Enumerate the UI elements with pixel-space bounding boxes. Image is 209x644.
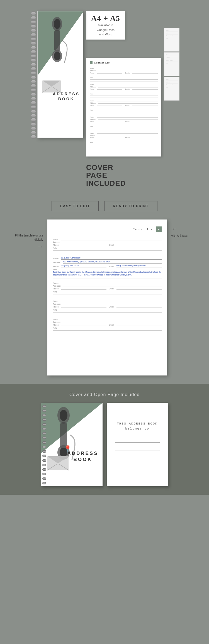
spiral-ring bbox=[42, 450, 46, 453]
spiral-ring bbox=[31, 101, 36, 105]
svg-point-12 bbox=[60, 410, 67, 421]
phone-label: Phone: bbox=[53, 244, 59, 246]
fill-annotation: Fill the template or use digitaly bbox=[10, 233, 43, 242]
spiral-ring bbox=[42, 446, 46, 448]
cl-entry-1: Name: Address: Phone:Email: Note bbox=[90, 66, 158, 82]
inner-page-header: Contact List bbox=[90, 61, 158, 64]
spiral-ring bbox=[31, 84, 36, 88]
spiral-ring bbox=[42, 432, 46, 435]
partial-page-3: Name: Address: Phone: Email: Note bbox=[164, 77, 179, 101]
contact-list-icon bbox=[90, 61, 93, 64]
cl-entry-4: Name: Address: Phone:Email: Note bbox=[90, 115, 158, 130]
note-label-1: Note bbox=[90, 77, 93, 79]
open-line-3 bbox=[115, 453, 160, 458]
cd-tab-icon: A bbox=[156, 226, 162, 232]
spiral-ring bbox=[42, 468, 46, 471]
cover-included-label: COVER bbox=[86, 164, 126, 172]
note-label: Note bbox=[53, 247, 57, 249]
spiral-ring bbox=[42, 418, 46, 421]
partial-page-2: Name: Address: Phone: Email: Note bbox=[164, 52, 179, 76]
name-value-1 bbox=[61, 240, 162, 240]
note-value-f: Emily has been our family doctor for 12 … bbox=[53, 271, 162, 276]
spiral-ring bbox=[31, 105, 36, 109]
name-label-1: Name: bbox=[90, 68, 94, 69]
phone-value-f: +1 (555) 789-0134 bbox=[61, 264, 106, 267]
email-label: Email: bbox=[109, 244, 114, 246]
open-page-text: THIS ADDRESS BOOK belongs to bbox=[117, 421, 157, 431]
spiral-ring bbox=[31, 24, 36, 28]
right-annotation-text: with A-Z tabs bbox=[171, 234, 199, 238]
cd-entry-empty-2: Name: Address: Phone:Email: Note bbox=[53, 280, 162, 297]
envelope-illustration-large bbox=[47, 453, 69, 471]
spiral-ring bbox=[31, 126, 36, 130]
spiral-ring bbox=[42, 441, 46, 444]
spiral-ring bbox=[31, 114, 36, 118]
spiral-ring bbox=[31, 131, 36, 135]
addr-label-f: Address: bbox=[53, 262, 61, 264]
cd-entry-filled: Name: Dr. Emily Richardson Address: 412 … bbox=[53, 254, 162, 279]
spiral-ring bbox=[31, 58, 36, 62]
email-value-1 bbox=[116, 245, 162, 246]
cover-included-page: PAGE bbox=[86, 171, 126, 179]
spiral-ring bbox=[31, 50, 36, 54]
cd-title: Contact List bbox=[133, 227, 154, 231]
spiral-ring bbox=[31, 11, 36, 15]
spiral-ring bbox=[31, 41, 36, 45]
spiral-ring bbox=[31, 63, 36, 67]
spiral-ring bbox=[31, 16, 36, 20]
center-column: A4 + A5 available in Google Docs and Wor… bbox=[86, 11, 161, 187]
cover-title: ADDRESS BOOK bbox=[53, 91, 80, 101]
note-label-f: Note bbox=[53, 269, 57, 270]
right-annotation: ← with A-Z tabs bbox=[171, 219, 199, 238]
spiral-ring bbox=[42, 414, 46, 416]
easy-edit-badge[interactable]: EASY TO EDIT bbox=[52, 201, 99, 211]
cl-entry-3: Name: Address: Phone:Email: Note bbox=[90, 99, 158, 114]
spiral-ring bbox=[31, 33, 36, 37]
size-badge: A4 + A5 available in Google Docs and Wor… bbox=[86, 11, 125, 40]
top-section: ADDRESS BOOK A4 + A5 available in Google… bbox=[0, 0, 209, 196]
spiral-ring bbox=[42, 473, 46, 475]
addr-value-1 bbox=[63, 243, 162, 243]
spiral-ring bbox=[42, 477, 46, 480]
open-page-large: THIS ADDRESS BOOK belongs to bbox=[107, 403, 168, 486]
contact-detail-section: Fill the template or use digitaly → Cont… bbox=[0, 217, 209, 384]
book-cover-card: ADDRESS BOOK bbox=[37, 11, 83, 138]
spiral-ring bbox=[42, 459, 46, 462]
cover-open-section: Cover and Open Page Included bbox=[0, 384, 209, 495]
email-label-f: Email: bbox=[109, 265, 114, 267]
spiral-ring bbox=[31, 88, 36, 92]
spiral-ring bbox=[42, 436, 46, 439]
spiral-ring bbox=[31, 37, 36, 41]
cl-entry-5: Name: Address: Phone:Email: Note bbox=[90, 131, 158, 146]
email-value-f: emily.richardson@example.com bbox=[116, 264, 162, 267]
contact-list-title: Contact List bbox=[94, 61, 111, 64]
cover-included-included: INCLUDED bbox=[86, 179, 126, 187]
spiral-ring bbox=[31, 28, 36, 32]
spiral-binding-left bbox=[30, 11, 37, 139]
email-label-1: Email: bbox=[125, 72, 130, 74]
phone-illustration bbox=[45, 16, 70, 66]
addr-value-f: 412 Maple Road, Apt 115, Seattle, WA 981… bbox=[63, 260, 162, 264]
spiral-ring bbox=[31, 75, 36, 79]
spiral-ring bbox=[42, 464, 46, 466]
cover-spiral bbox=[41, 403, 47, 486]
spiral-ring bbox=[31, 67, 36, 71]
spiral-ring bbox=[31, 122, 36, 126]
name-label: Name: bbox=[53, 238, 59, 240]
spiral-ring bbox=[31, 135, 36, 139]
mockup-wrapper: ADDRESS BOOK A4 + A5 available in Google… bbox=[8, 11, 201, 187]
note-line-1 bbox=[53, 250, 162, 251]
cd-entry-empty-4: Name: Address: Phone:Email: Note bbox=[53, 316, 162, 333]
spiral-ring bbox=[31, 109, 36, 113]
right-partial-pages: Name: Address: Phone: Email: Note Name: … bbox=[164, 28, 179, 101]
svg-rect-1 bbox=[54, 30, 60, 52]
phone-label-f: Phone: bbox=[53, 265, 59, 267]
cover-included: COVER PAGE INCLUDED bbox=[86, 164, 126, 187]
size-label: A4 + A5 bbox=[91, 14, 120, 23]
spiral-ring bbox=[42, 428, 46, 430]
cover-open-pages: 📍 ADDRESS BOOK THIS ADDRESS BOOK belongs… bbox=[8, 403, 201, 486]
svg-rect-10 bbox=[60, 422, 67, 449]
open-page-lines bbox=[115, 437, 160, 468]
ready-print-badge[interactable]: READY TO PRINT bbox=[104, 201, 157, 211]
book-cover-mockup: ADDRESS BOOK bbox=[30, 11, 83, 139]
